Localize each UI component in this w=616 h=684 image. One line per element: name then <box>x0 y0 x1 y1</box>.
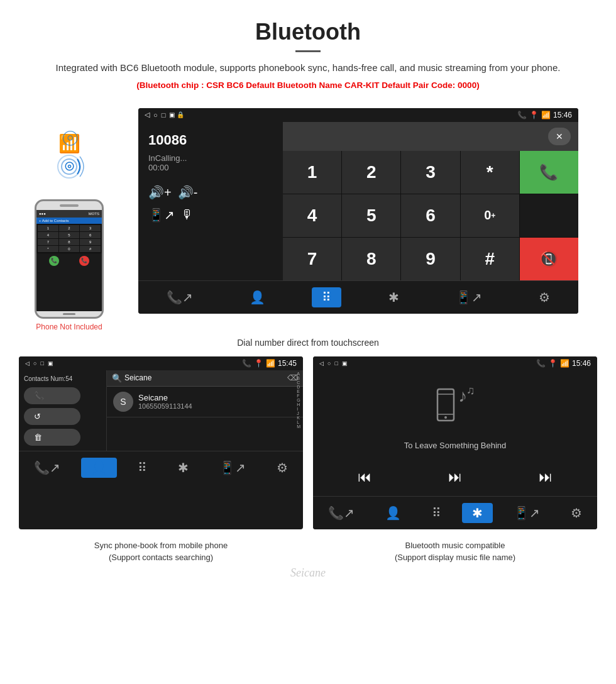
contacts-sync-btn[interactable]: ↺ <box>24 408 80 425</box>
contacts-nav-keypad[interactable]: ⠿ <box>128 458 157 478</box>
music-status-right: 📞 📍 📶 15:46 <box>536 359 591 368</box>
contacts-time: 15:45 <box>278 359 297 368</box>
music-time: 15:46 <box>572 359 591 368</box>
contact-avatar: S <box>113 392 133 412</box>
music-nav-contacts[interactable]: 👤 <box>375 503 411 523</box>
contacts-status-right: 📞 📍 📶 15:45 <box>242 359 297 368</box>
key-0plus[interactable]: 0+ <box>461 194 519 237</box>
contact-list-item[interactable]: S Seicane 10655059113144 <box>107 387 303 417</box>
music-signal-icon: ▣ <box>342 360 348 367</box>
contacts-status-left: ◁ ○ □ ▣ <box>25 360 53 367</box>
dialed-number: 10086 <box>148 132 273 148</box>
music-artwork-icon: ♪ ♫ <box>430 383 480 434</box>
dialer-left-panel: 10086 InCalling... 00:00 🔊+ 🔊- 📱↗ 🎙 <box>138 122 283 280</box>
key-7[interactable]: 7 <box>283 238 341 280</box>
contacts-signal-icon: ▣ <box>48 360 53 367</box>
contacts-call-btn[interactable]: 📞 <box>24 387 80 404</box>
main-dialer-screenshot: ◁ ○ □ ▣ 🔒 📞 📍 📶 15:46 10086 InCalling.. <box>138 108 578 314</box>
back-nav-icon: ◁ <box>145 111 150 119</box>
music-svg-icon: ♪ ♫ <box>430 383 480 427</box>
contact-name: Seicane <box>138 393 192 402</box>
speaker-grille <box>60 204 79 207</box>
key-1[interactable]: 1 <box>283 151 341 194</box>
watermark: Seicane <box>19 566 597 580</box>
dialer-keypad-panel: ✕ 1 2 3 * 📞 4 5 6 0+ 7 <box>283 122 578 280</box>
call-icon: 📞 <box>34 391 44 400</box>
mini-key-5: 5 <box>59 232 80 238</box>
contacts-nav-bt[interactable]: ✱ <box>168 458 199 478</box>
contacts-nav-settings[interactable]: ⚙ <box>267 458 298 478</box>
nav-contacts[interactable]: 👤 <box>239 287 275 307</box>
svg-text:⦾: ⦾ <box>65 160 74 173</box>
music-song-title: To Leave Something Behind <box>404 441 507 450</box>
key-6[interactable]: 6 <box>401 194 459 237</box>
mini-header-bar: + Add to Contacts <box>36 218 102 224</box>
nav-call[interactable]: 📞↗ <box>157 287 203 307</box>
call-end-btn[interactable]: 📵 <box>520 238 578 280</box>
mute-btn[interactable]: 🎙 <box>181 207 194 223</box>
music-nav-call[interactable]: 📞↗ <box>318 503 365 523</box>
backspace-btn[interactable]: ✕ <box>548 128 571 145</box>
transfer-btn[interactable]: 📱↗ <box>148 207 175 223</box>
recents-nav-icon: □ <box>162 111 166 119</box>
nav-transfer[interactable]: 📱↗ <box>446 287 492 307</box>
contacts-count-label: Contacts Num:54 <box>24 375 101 382</box>
mini-key-9: 9 <box>80 239 101 245</box>
call-answer-btn[interactable]: 📞 <box>520 151 578 194</box>
bluetooth-wave-area: 📶 ⦾ ⦾ <box>53 133 85 194</box>
music-nav-transfer[interactable]: 📱↗ <box>503 503 550 523</box>
side-phone-device: ●●●MOTS + Add to Contacts 1 2 3 4 5 6 7 … <box>35 199 104 319</box>
nav-bluetooth[interactable]: ✱ <box>378 287 409 307</box>
title-divider <box>295 50 321 52</box>
page-header: Bluetooth Integrated with BC6 Bluetooth … <box>0 0 616 102</box>
contact-info: Seicane 10655059113144 <box>138 393 192 410</box>
delete-icon: 🗑 <box>34 433 42 442</box>
music-nav-settings[interactable]: ⚙ <box>561 503 592 523</box>
next-track-btn[interactable]: ⏭ <box>539 469 553 485</box>
contacts-delete-btn[interactable]: 🗑 <box>24 429 80 446</box>
key-star[interactable]: * <box>461 151 519 194</box>
contacts-caption: Sync phone-book from mobile phone (Suppo… <box>19 539 303 564</box>
home-nav-icon: ○ <box>153 111 158 119</box>
nav-settings[interactable]: ⚙ <box>529 287 560 307</box>
search-input[interactable]: Seicane <box>124 373 151 382</box>
volume-up-btn[interactable]: 🔊+ <box>148 185 172 200</box>
key-hash[interactable]: # <box>461 238 519 280</box>
play-pause-btn[interactable]: ⏭ <box>448 469 462 485</box>
contacts-phone-icon: 📞 <box>242 359 251 368</box>
contacts-nav-call[interactable]: 📞↗ <box>24 458 70 478</box>
key-8[interactable]: 8 <box>342 238 400 280</box>
music-caption: Bluetooth music compatible (Support disp… <box>313 539 597 564</box>
number-display: ✕ <box>283 122 578 151</box>
volume-controls: 🔊+ 🔊- <box>148 185 273 200</box>
page-title: Bluetooth <box>38 19 578 45</box>
nav-keypad[interactable]: ⠿ <box>312 287 341 307</box>
music-body: ♪ ♫ To Leave Something Behind ⏮ ⏭ ⏭ <box>313 370 597 496</box>
mini-key-7: 7 <box>38 239 58 245</box>
mini-key-0: 0 <box>59 246 80 252</box>
mini-call-btn: 📞 <box>49 256 59 266</box>
prev-track-btn[interactable]: ⏮ <box>358 469 371 485</box>
call-controls: 📱↗ 🎙 <box>148 207 273 223</box>
music-nav-bt[interactable]: ✱ <box>462 503 493 523</box>
key-9[interactable]: 9 <box>401 238 459 280</box>
side-phone-container: 📶 ⦾ ⦾ ●●●MOTS <box>19 108 119 331</box>
key-2[interactable]: 2 <box>342 151 400 194</box>
contacts-nav-contacts[interactable]: 👤 <box>81 458 117 478</box>
contact-number: 10655059113144 <box>138 402 192 410</box>
music-back-icon: ◁ <box>319 360 324 367</box>
mini-key-2: 2 <box>59 225 80 231</box>
mini-keypad: 1 2 3 4 5 6 7 8 9 * 0 # <box>36 224 102 253</box>
contacts-body: Contacts Num:54 📞 ↺ 🗑 <box>19 370 303 451</box>
key-3[interactable]: 3 <box>401 151 459 194</box>
key-5[interactable]: 5 <box>342 194 400 237</box>
music-nav-keypad[interactable]: ⠿ <box>422 503 451 523</box>
contacts-bottom-nav: 📞↗ 👤 ⠿ ✱ 📱↗ ⚙ <box>19 451 303 484</box>
contacts-search-bar: 🔍 Seicane ⌫ <box>107 370 303 387</box>
volume-down-btn[interactable]: 🔊- <box>178 185 198 200</box>
contacts-nav-transfer[interactable]: 📱↗ <box>209 458 256 478</box>
contacts-status-bar: ◁ ○ □ ▣ 📞 📍 📶 15:45 <box>19 356 303 370</box>
music-wifi-icon: 📶 <box>560 359 569 368</box>
mini-key-6: 6 <box>80 232 101 238</box>
key-4[interactable]: 4 <box>283 194 341 237</box>
